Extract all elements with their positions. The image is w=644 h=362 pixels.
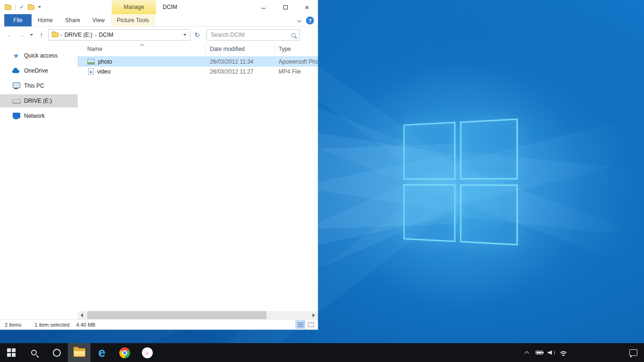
sidebar-item-network[interactable]: Network	[0, 109, 78, 123]
maximize-button[interactable]	[274, 0, 296, 14]
caret-down-icon	[30, 34, 33, 36]
sidebar-item-label: OneDrive	[24, 67, 48, 74]
internet-explorer-button[interactable]	[91, 343, 113, 362]
cloud-icon	[12, 67, 20, 74]
explorer-body: Quick access OneDrive This PC DRIVE (E:)…	[0, 43, 318, 311]
column-header-label: Name	[87, 46, 102, 52]
file-row-photo[interactable]: photo 26/03/2012 11:34 Apowersoft Pho	[78, 57, 318, 66]
search-box[interactable]	[206, 29, 300, 41]
ie-icon	[98, 346, 105, 359]
details-view-button[interactable]	[296, 321, 305, 329]
address-dropdown-caret[interactable]	[181, 34, 189, 36]
maximize-icon	[283, 5, 288, 9]
back-button[interactable]: ←	[4, 29, 15, 41]
ribbon-tabs: File Home Share View Picture Tools ?	[0, 14, 318, 27]
photo-file-icon	[87, 59, 95, 65]
search-input[interactable]	[211, 32, 289, 38]
ribbon-right-controls: ?	[297, 14, 314, 27]
taskbar	[0, 343, 644, 362]
action-center-icon	[629, 349, 637, 356]
sidebar-item-drive-e[interactable]: DRIVE (E:)	[0, 94, 78, 107]
sidebar-item-label: This PC	[24, 82, 44, 89]
type-cell: MP4 File	[275, 68, 318, 75]
thumbnails-view-button[interactable]	[306, 321, 315, 329]
sort-ascending-icon	[140, 44, 144, 48]
action-center-button[interactable]	[622, 343, 644, 362]
windows-logo-icon	[7, 348, 16, 357]
file-name: photo	[98, 58, 112, 65]
window-title: DCIM	[163, 0, 177, 14]
scroll-right-arrow[interactable]	[310, 311, 318, 319]
close-button[interactable]: ×	[296, 0, 318, 14]
tab-view[interactable]: View	[86, 14, 111, 26]
minimize-button[interactable]: –	[253, 0, 274, 14]
manage-contextual-tab[interactable]: Manage	[112, 0, 156, 14]
windows-logo-pane	[460, 184, 518, 246]
file-row-video[interactable]: video 26/03/2012 11:27 MP4 File	[78, 66, 318, 76]
start-button[interactable]	[0, 343, 23, 362]
help-button[interactable]: ?	[306, 16, 314, 25]
address-folder-icon	[52, 33, 58, 37]
itunes-button[interactable]	[136, 343, 158, 362]
sidebar-item-this-pc[interactable]: This PC	[0, 79, 78, 92]
column-header-date-modified[interactable]: Date modified	[206, 43, 275, 55]
breadcrumb-segment-drive[interactable]: DRIVE (E:)	[62, 32, 95, 38]
forward-button[interactable]: →	[16, 29, 27, 41]
music-note-icon	[142, 347, 153, 358]
address-bar-row: ← → ↑ › DRIVE (E:) › DCIM ↻	[0, 27, 318, 43]
circle-icon	[53, 349, 61, 357]
sidebar-item-onedrive[interactable]: OneDrive	[0, 64, 78, 77]
name-cell: video	[78, 68, 206, 75]
folder-icon[interactable]	[5, 5, 11, 10]
show-hidden-icons-button[interactable]	[520, 343, 533, 362]
selection-count: 1 item selected	[34, 322, 69, 328]
battery-status[interactable]	[533, 343, 545, 362]
scrollbar-thumb[interactable]	[87, 311, 266, 319]
network-status[interactable]	[557, 343, 570, 362]
tab-home[interactable]: Home	[32, 14, 59, 26]
date-modified-cell: 26/03/2012 11:27	[206, 68, 275, 75]
taskbar-file-explorer-button[interactable]	[68, 343, 91, 362]
chrome-button[interactable]	[113, 343, 136, 362]
column-header-type[interactable]: Type	[275, 43, 318, 55]
item-count: 2 items	[5, 322, 21, 328]
horizontal-scrollbar[interactable]	[78, 311, 318, 319]
windows-logo-pane	[404, 184, 456, 242]
scroll-left-arrow[interactable]	[78, 311, 86, 319]
recent-locations-caret[interactable]	[28, 34, 35, 36]
video-file-icon	[88, 68, 94, 75]
refresh-button[interactable]: ↻	[191, 29, 203, 41]
folder-icon	[74, 348, 85, 357]
cortana-button[interactable]	[45, 343, 68, 362]
computer-icon	[12, 82, 20, 90]
title-bar[interactable]: Manage DCIM – ×	[0, 0, 318, 14]
address-bar[interactable]: › DRIVE (E:) › DCIM	[48, 29, 190, 41]
checkmark-icon[interactable]	[19, 4, 24, 10]
triangle-left-icon	[81, 313, 83, 317]
column-header-label: Date modified	[210, 46, 245, 52]
horizontal-scroll-row	[0, 311, 318, 319]
caret-down-icon	[183, 34, 186, 36]
quick-access-toolbar	[0, 4, 41, 10]
new-folder-icon[interactable]	[28, 5, 34, 10]
date-modified-cell: 26/03/2012 11:34	[206, 58, 275, 65]
dropdown-caret-icon[interactable]	[38, 6, 41, 8]
file-name: video	[97, 68, 111, 75]
network-icon	[12, 112, 20, 120]
tab-picture-tools[interactable]: Picture Tools	[111, 14, 155, 26]
details-view-icon	[297, 322, 304, 327]
column-header-name[interactable]: Name	[78, 43, 206, 55]
volume-control[interactable]	[545, 343, 557, 362]
expand-ribbon-chevron-icon[interactable]	[297, 18, 301, 22]
tab-file[interactable]: File	[4, 14, 32, 26]
sidebar-item-label: Quick access	[24, 52, 58, 59]
desktop: Manage DCIM – × File Home Share View Pic…	[0, 0, 644, 362]
tab-share[interactable]: Share	[59, 14, 86, 26]
breadcrumb-segment-dcim[interactable]: DCIM	[97, 32, 116, 38]
sidebar-item-quick-access[interactable]: Quick access	[0, 49, 78, 62]
up-button[interactable]: ↑	[36, 29, 47, 41]
taskbar-search-button[interactable]	[23, 343, 45, 362]
toolbar-separator	[15, 4, 16, 10]
selection-size: 4.40 MB	[76, 322, 95, 328]
navigation-pane: Quick access OneDrive This PC DRIVE (E:)…	[0, 43, 78, 311]
